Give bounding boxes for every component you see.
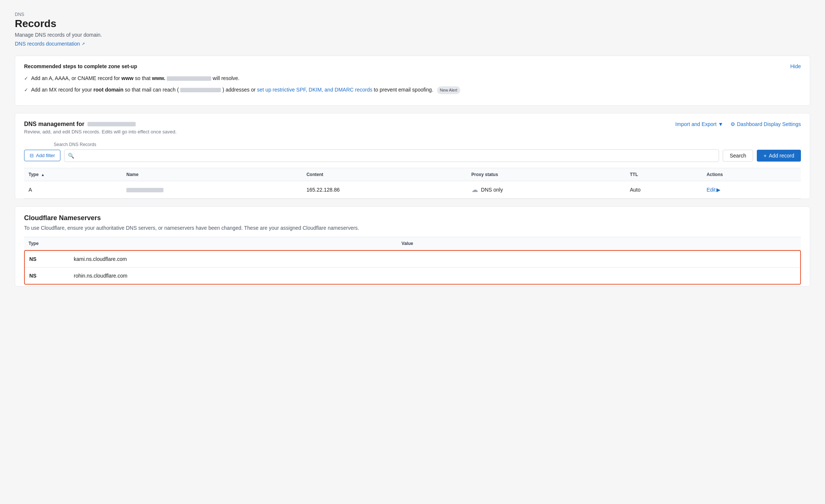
edit-arrow-icon: ▶ xyxy=(716,187,720,193)
ns-value-1: kami.ns.cloudflare.com xyxy=(69,251,800,268)
add-record-plus-icon: + xyxy=(763,153,766,159)
record-ttl: Auto xyxy=(625,181,702,198)
spf-dkim-dmarc-link[interactable]: set up restrictive SPF, DKIM, and DMARC … xyxy=(257,87,372,93)
checkmark-icon-2: ✓ xyxy=(24,86,28,94)
redacted-domain-1 xyxy=(167,76,211,81)
edit-record-link[interactable]: Edit ▶ xyxy=(706,187,796,193)
col-name: Name xyxy=(122,168,302,181)
nameservers-description: To use Cloudflare, ensure your authorita… xyxy=(24,225,801,231)
col-content: Content xyxy=(302,168,467,181)
nameservers-table: Type Value xyxy=(24,237,801,250)
ns-row-2: NS rohin.ns.cloudflare.com xyxy=(25,267,800,284)
ns-row-1: NS kami.ns.cloudflare.com xyxy=(25,251,800,268)
col-ttl: TTL xyxy=(625,168,702,181)
import-export-arrow-icon: ▼ xyxy=(718,121,723,127)
recommended-item-2-text: Add an MX record for your root domain so… xyxy=(31,86,460,94)
checkmark-icon-1: ✓ xyxy=(24,75,28,82)
search-section: Search DNS Records ⊟ Add filter 🔍 Search… xyxy=(24,142,801,168)
ns-type-2: NS xyxy=(25,267,69,284)
hide-button[interactable]: Hide xyxy=(790,63,801,69)
edit-label: Edit xyxy=(706,187,715,193)
page-description: Manage DNS records of your domain. xyxy=(15,32,810,38)
dns-actions: Import and Export ▼ ⚙ Dashboard Display … xyxy=(675,121,801,127)
recommended-item-1-text: Add an A, AAAA, or CNAME record for www … xyxy=(31,74,239,82)
search-input-wrapper: 🔍 xyxy=(64,149,719,162)
docs-link-text: DNS records documentation xyxy=(15,41,80,47)
recommended-item-2: ✓ Add an MX record for your root domain … xyxy=(24,86,801,94)
ns-inner-table: NS kami.ns.cloudflare.com NS rohin.ns.cl… xyxy=(25,251,800,284)
record-type: A xyxy=(24,181,122,198)
search-label: Search DNS Records xyxy=(54,142,801,147)
recommended-header: Recommended steps to complete zone set-u… xyxy=(24,63,801,69)
add-record-button[interactable]: + Add record xyxy=(757,150,801,162)
add-filter-button[interactable]: ⊟ Add filter xyxy=(24,150,60,161)
table-header-row: Type ▲ Name Content Proxy status TTL Act… xyxy=(24,168,801,181)
ns-value-2: rohin.ns.cloudflare.com xyxy=(69,267,800,284)
ns-col-value: Value xyxy=(397,237,801,250)
proxy-status-label: DNS only xyxy=(481,187,503,193)
breadcrumb-label: DNS xyxy=(15,12,810,17)
filter-icon: ⊟ xyxy=(30,153,34,158)
external-link-icon: ↗ xyxy=(82,42,85,46)
record-name xyxy=(122,181,302,198)
import-export-label: Import and Export xyxy=(675,121,716,127)
sort-arrow-icon: ▲ xyxy=(41,173,44,177)
ns-col-type: Type xyxy=(24,237,397,250)
record-actions: Edit ▶ xyxy=(702,181,801,198)
redacted-record-name xyxy=(126,188,163,192)
recommended-steps-card: Recommended steps to complete zone set-u… xyxy=(15,56,810,106)
dashboard-settings-label: Dashboard Display Settings xyxy=(737,121,801,127)
dns-records-table: Type ▲ Name Content Proxy status TTL Act… xyxy=(24,168,801,199)
ns-table-header-row: Type Value xyxy=(24,237,801,250)
dashboard-display-settings-button[interactable]: ⚙ Dashboard Display Settings xyxy=(730,121,801,127)
col-actions: Actions xyxy=(702,168,801,181)
search-row: ⊟ Add filter 🔍 Search + Add record xyxy=(24,149,801,162)
redacted-domain-management xyxy=(87,122,136,126)
nameservers-title: Cloudflare Nameservers xyxy=(24,214,801,222)
search-input[interactable] xyxy=(64,149,719,162)
search-icon: 🔍 xyxy=(68,153,74,159)
docs-link[interactable]: DNS records documentation ↗ xyxy=(15,41,85,47)
ns-type-1: NS xyxy=(25,251,69,268)
col-proxy-status: Proxy status xyxy=(467,168,626,181)
recommended-title: Recommended steps to complete zone set-u… xyxy=(24,63,137,69)
table-row: A 165.22.128.86 ☁ DNS only Auto Edit ▶ xyxy=(24,181,801,198)
page-title: Records xyxy=(15,18,810,30)
add-record-label: Add record xyxy=(769,153,794,159)
dns-management-title-prefix: DNS management for xyxy=(24,121,85,127)
dns-management-header: DNS management for Import and Export ▼ ⚙… xyxy=(24,121,801,127)
gear-icon: ⚙ xyxy=(730,121,735,127)
add-filter-label: Add filter xyxy=(36,153,55,158)
redacted-domain-2 xyxy=(180,88,221,92)
col-type: Type ▲ xyxy=(24,168,122,181)
nameservers-highlighted-rows: NS kami.ns.cloudflare.com NS rohin.ns.cl… xyxy=(24,250,801,285)
import-export-button[interactable]: Import and Export ▼ xyxy=(675,121,723,127)
record-content: 165.22.128.86 xyxy=(302,181,467,198)
search-button[interactable]: Search xyxy=(723,150,753,162)
record-proxy-status: ☁ DNS only xyxy=(467,181,626,198)
dns-only-cloud-icon: ☁ xyxy=(471,186,478,194)
dns-management-title: DNS management for xyxy=(24,121,136,127)
page-header: DNS Records Manage DNS records of your d… xyxy=(15,12,810,47)
nameservers-card: Cloudflare Nameservers To use Cloudflare… xyxy=(15,206,810,286)
dns-management-description: Review, add, and edit DNS records. Edits… xyxy=(24,129,801,135)
recommended-item-1: ✓ Add an A, AAAA, or CNAME record for ww… xyxy=(24,74,801,82)
new-alert-badge: New Alert xyxy=(437,86,460,94)
dns-management-card: DNS management for Import and Export ▼ ⚙… xyxy=(15,113,810,199)
